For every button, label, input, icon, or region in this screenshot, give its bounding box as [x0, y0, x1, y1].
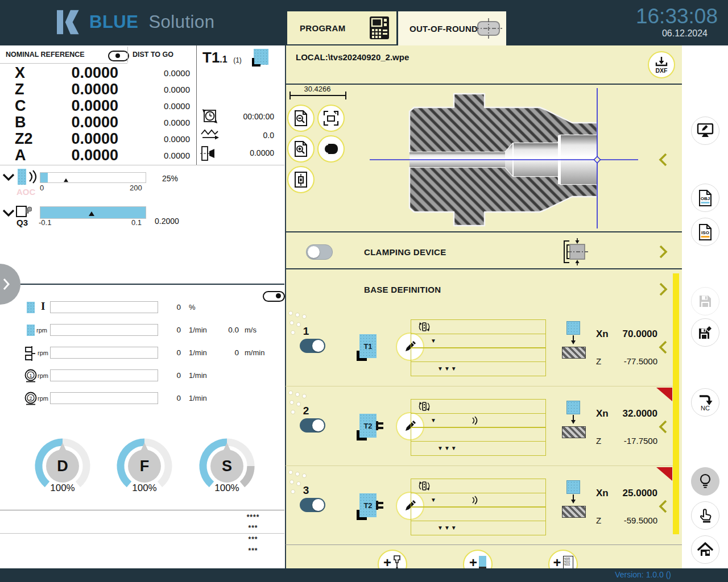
- base-row-3-toggle[interactable]: [300, 498, 325, 512]
- base-definition-scrollbar[interactable]: [673, 273, 679, 534]
- probe-tool-icon: [566, 401, 580, 414]
- spindle-icon: [27, 325, 35, 336]
- flyout-handle[interactable]: [0, 264, 20, 305]
- save-as-button[interactable]: [691, 318, 719, 347]
- clamping-expand-icon[interactable]: [659, 244, 668, 259]
- param-box-empty[interactable]: [411, 427, 546, 442]
- xn-label: Xn: [596, 408, 609, 419]
- nc-transfer-button[interactable]: NC: [691, 388, 719, 417]
- param-box-empty[interactable]: [411, 347, 546, 362]
- base-row-1-tool[interactable]: T1: [359, 334, 377, 358]
- aoc-min-label: 0: [40, 184, 44, 192]
- aoc-slider-marker: [64, 178, 68, 182]
- gauge-letter: D: [31, 458, 94, 475]
- probe-arrow-icon: [569, 335, 577, 346]
- touch-mode-button[interactable]: [691, 501, 719, 530]
- param-box-steps[interactable]: ▼▼▼: [411, 441, 546, 456]
- workpiece-cross-section: [286, 85, 682, 231]
- manual-panel-toggle[interactable]: [263, 291, 285, 302]
- base-row-1-collapse-icon[interactable]: [659, 340, 668, 355]
- aoc-label: AOC: [16, 187, 35, 197]
- param-box-rotation[interactable]: [411, 319, 546, 334]
- tool-name: T1: [202, 49, 220, 66]
- base-row-2-collapse-icon[interactable]: [659, 419, 668, 434]
- collapse-left-icon[interactable]: [659, 152, 668, 167]
- nominal-actual-toggle[interactable]: [108, 51, 129, 61]
- dropdown-arrow-icon: ▼: [431, 497, 437, 503]
- base-row-3-tool[interactable]: T2: [359, 493, 377, 517]
- workpiece-surface-icon: [562, 426, 586, 438]
- gauge-value: 100%: [196, 483, 258, 494]
- sound-waves-icon: [471, 496, 478, 505]
- q3-label: Q3: [16, 218, 28, 227]
- base-row-index: 1: [298, 325, 314, 338]
- xn-value: 70.0000: [612, 329, 657, 340]
- axis-row: C 0.0000 0.0000: [0, 98, 196, 114]
- status-divider: [0, 533, 284, 534]
- axis-dist-value: 0.0000: [134, 114, 190, 131]
- base-row-3-collapse-icon[interactable]: [659, 499, 668, 514]
- axis-nominal-value: 0.0000: [30, 81, 118, 98]
- clamping-device-toggle[interactable]: [306, 244, 333, 260]
- aoc-slider[interactable]: [40, 172, 146, 183]
- z-value: -59.5000: [609, 516, 657, 525]
- workpiece-surface-icon: [562, 506, 586, 518]
- obj-file-button[interactable]: OBJ: [691, 184, 719, 212]
- toggle-knob: [312, 419, 324, 431]
- brand-logo: BLUE Solution: [57, 9, 214, 35]
- manual-row-value: 0: [124, 326, 181, 334]
- control-panel-icon: [369, 16, 390, 40]
- home-button[interactable]: [691, 535, 719, 564]
- program-file-path: LOCAL:\tvs20240920_2.wpe: [296, 52, 409, 62]
- param-box-steps[interactable]: ▼▼▼: [411, 521, 546, 535]
- base-row-2-toggle[interactable]: [300, 418, 325, 433]
- chevron-down-icon[interactable]: [2, 173, 15, 181]
- monitor-pencil-icon: [697, 123, 714, 138]
- triple-arrow-icon: ▼▼▼: [437, 525, 458, 531]
- tab-out-of-round[interactable]: OUT-OF-ROUND: [398, 11, 506, 45]
- dxf-export-button[interactable]: DXF: [648, 51, 675, 78]
- z-label: Z: [596, 356, 601, 366]
- toggle-dot: [276, 293, 281, 298]
- base-definition-expand-icon[interactable]: [659, 282, 668, 297]
- param-box-empty[interactable]: [411, 506, 546, 521]
- feed-value: 0.0: [217, 131, 274, 140]
- tab-program[interactable]: PROGRAM: [287, 11, 396, 44]
- manual-row-value2: 0.0: [182, 326, 239, 334]
- manual-row-label: rpm: [36, 327, 47, 334]
- dist-to-go-header: DIST TO GO: [133, 51, 173, 59]
- machine-control-screen: BLUE Solution 16:33:08 06.12.2024 PROGRA…: [0, 0, 728, 582]
- param-box-direction[interactable]: ▼: [411, 493, 546, 508]
- q3-slider[interactable]: [40, 206, 146, 219]
- manual-row-value: 0: [124, 348, 181, 357]
- base-row-index: 2: [298, 405, 314, 417]
- save-button[interactable]: [691, 287, 719, 315]
- param-box-steps[interactable]: ▼▼▼: [411, 361, 546, 376]
- toggle-dot: [115, 53, 120, 58]
- chevron-down-icon[interactable]: [2, 209, 15, 217]
- gauge-letter: F: [113, 458, 176, 475]
- tool-icon: [479, 556, 486, 569]
- param-box-direction[interactable]: ▼: [411, 334, 546, 348]
- param-box-rotation[interactable]: [411, 399, 546, 414]
- param-box-rotation[interactable]: [411, 479, 546, 493]
- edit-screen-button[interactable]: [691, 117, 719, 145]
- base-row-3-params: ▼ ▼▼▼: [411, 479, 546, 535]
- drawing-bottom-border: [286, 231, 682, 232]
- help-hints-button[interactable]: [691, 467, 719, 496]
- status-line: ***: [233, 535, 273, 543]
- iso-file-icon: ISO: [698, 224, 712, 240]
- manual-row-value: 0: [124, 394, 181, 402]
- base-row-1-toggle[interactable]: [300, 339, 325, 353]
- base-row-2-tool[interactable]: T2: [359, 414, 377, 438]
- status-line: ***: [233, 547, 273, 555]
- q3-min-label: -0.1: [39, 218, 51, 227]
- q3-value: 0.2000: [155, 217, 179, 226]
- workpiece-surface-icon: [562, 347, 586, 359]
- param-box-direction[interactable]: ▼: [411, 413, 546, 428]
- iso-file-button[interactable]: ISO: [691, 218, 719, 246]
- aoc-slider-fill: [40, 173, 48, 182]
- tool-corner-mark: [357, 510, 367, 520]
- header-underline: [0, 63, 127, 64]
- offset-value: 0.0000: [217, 148, 274, 157]
